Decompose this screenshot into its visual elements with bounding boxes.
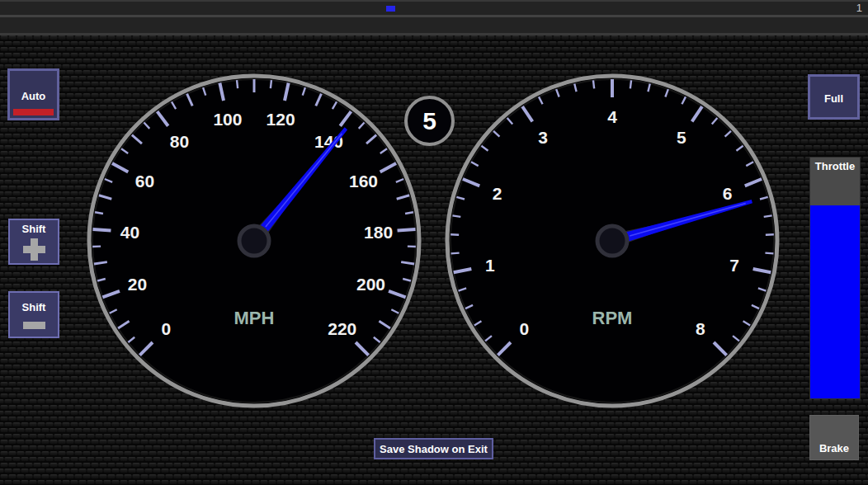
svg-text:40: 40 (120, 223, 139, 242)
svg-text:0: 0 (161, 319, 171, 338)
svg-text:80: 80 (170, 132, 189, 151)
svg-text:120: 120 (267, 110, 295, 129)
svg-text:2: 2 (493, 184, 502, 203)
svg-text:20: 20 (128, 275, 147, 294)
throttle-slider[interactable]: Throttle (809, 157, 861, 399)
auto-button-label: Auto (10, 90, 57, 102)
shift-down-button[interactable]: Shift (8, 291, 59, 338)
slider-thumb[interactable] (386, 6, 395, 12)
gauge-unit-label: MPH (234, 308, 275, 328)
minus-icon (23, 322, 45, 329)
svg-text:8: 8 (696, 319, 705, 338)
shift-down-label: Shift (10, 301, 58, 313)
plus-icon (23, 238, 45, 261)
gear-value: 5 (422, 107, 436, 135)
bar-bottom-line (0, 33, 868, 35)
save-shadow-button[interactable]: Save Shadow on Exit (374, 438, 493, 459)
brake-button[interactable]: Brake (809, 415, 859, 460)
shift-up-label: Shift (10, 223, 58, 235)
gauge-hub (597, 226, 627, 256)
svg-text:4: 4 (607, 107, 617, 126)
svg-text:100: 100 (213, 110, 242, 129)
svg-text:220: 220 (328, 319, 356, 338)
svg-text:7: 7 (729, 256, 739, 275)
svg-text:3: 3 (538, 128, 548, 147)
dashboard-window: 1 Auto Shift Shift 020406080100120140160… (0, 0, 868, 485)
secondary-bar (0, 17, 868, 33)
shift-up-button[interactable]: Shift (8, 219, 59, 265)
full-button[interactable]: Full (808, 74, 860, 120)
auto-indicator (13, 109, 54, 115)
gauge-hub (239, 226, 269, 256)
auto-button[interactable]: Auto (7, 68, 59, 120)
svg-text:1: 1 (485, 256, 495, 275)
svg-text:200: 200 (356, 275, 385, 294)
svg-text:160: 160 (349, 172, 378, 191)
top-slider-track[interactable] (0, 2, 868, 15)
svg-text:6: 6 (723, 184, 733, 203)
throttle-fill (810, 205, 860, 398)
svg-text:180: 180 (364, 223, 393, 242)
throttle-label: Throttle (810, 160, 860, 172)
svg-text:5: 5 (677, 128, 686, 147)
save-shadow-label: Save Shadow on Exit (380, 443, 488, 455)
gear-indicator: 5 (404, 96, 455, 146)
slider-value-label: 1 (856, 2, 862, 13)
mph-gauge: 020406080100120140160180200220MPH (84, 71, 424, 411)
gauge-unit-label: RPM (592, 308, 633, 328)
rpm-gauge: 012345678RPM (442, 71, 782, 411)
full-button-label: Full (810, 92, 857, 105)
svg-text:60: 60 (135, 172, 154, 191)
brake-button-label: Brake (810, 442, 858, 454)
svg-text:0: 0 (519, 319, 529, 338)
